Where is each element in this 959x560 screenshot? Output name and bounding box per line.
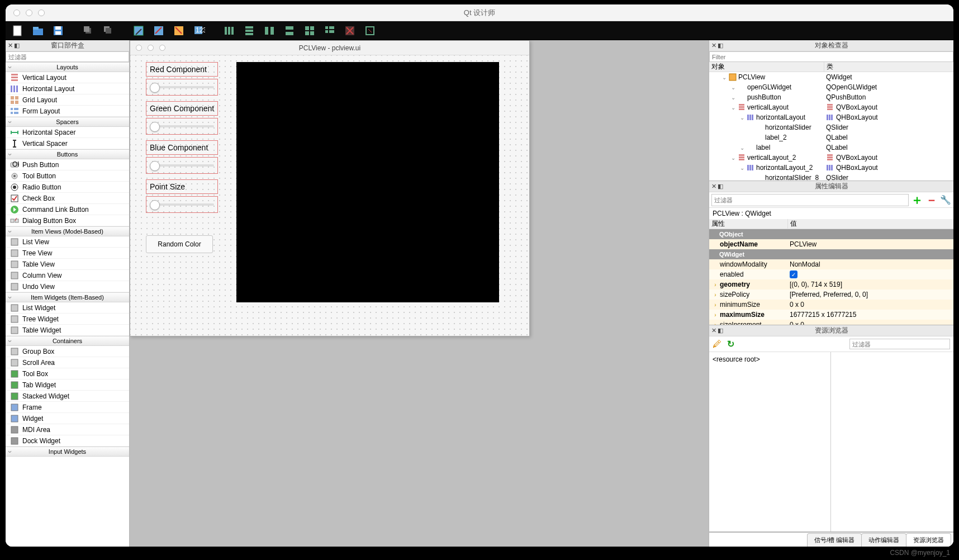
inspector-filter[interactable] [709, 51, 953, 62]
layout-form-icon[interactable] [321, 23, 339, 39]
tree-row[interactable]: ⌄PCLViewQWidget [709, 72, 953, 82]
wrench-icon[interactable]: 🔧 [940, 194, 951, 205]
widget-tree-widget[interactable]: Tree Widget [6, 314, 129, 325]
property-row[interactable]: ›geometry[(0, 0), 714 x 519] [709, 279, 953, 290]
bring-front-icon[interactable] [99, 23, 117, 39]
property-grid[interactable]: QObjectobjectNamePCLViewQWidgetwindowMod… [709, 229, 953, 325]
checkbox-icon[interactable]: ✓ [790, 270, 797, 278]
tree-row[interactable]: ⌄horizontalLayout_2QHBoxLayout [709, 163, 953, 173]
widget-table-widget[interactable]: Table Widget [6, 325, 129, 336]
remove-property-icon[interactable]: － [925, 192, 938, 208]
category-item-widgets-item-based-[interactable]: Item Widgets (Item-Based) [6, 292, 129, 302]
category-buttons[interactable]: Buttons [6, 149, 129, 159]
widget-tool-button[interactable]: Tool Button [6, 170, 129, 182]
category-input-widgets[interactable]: Input Widgets [6, 447, 129, 457]
dock-close-icon[interactable]: ✕ [7, 42, 13, 49]
widget-tool-box[interactable]: Tool Box [6, 368, 129, 379]
property-row[interactable]: objectNamePCLView [709, 239, 953, 249]
widget-command-link-button[interactable]: Command Link Button [6, 204, 129, 215]
layout-vsplit-icon[interactable] [281, 23, 298, 39]
tab-signal-slot[interactable]: 信号/槽 编辑器 [807, 533, 862, 547]
close-icon[interactable] [13, 10, 20, 16]
dock-close-icon[interactable]: ✕ [710, 328, 717, 334]
col-property[interactable]: 属性 [709, 219, 787, 229]
adjust-size-icon[interactable] [361, 23, 379, 39]
slider-red[interactable] [146, 79, 218, 96]
form-body[interactable]: Red Component Green Component Blue Compo… [130, 55, 529, 336]
zoom-icon[interactable] [38, 10, 45, 16]
property-row[interactable]: windowModalityNonModal [709, 259, 953, 269]
widget-radio-button[interactable]: Radio Button [6, 182, 129, 193]
layout-horizontal-icon[interactable] [220, 23, 238, 39]
tree-row[interactable]: ⌄verticalLayoutQVBoxLayout [709, 102, 953, 112]
widget-grid-layout[interactable]: Grid Layout [6, 94, 129, 106]
label-pointsize[interactable]: Point Size [146, 179, 218, 194]
tree-row[interactable]: ⌄verticalLayout_2QVBoxLayout [709, 153, 953, 163]
widget-horizontal-spacer[interactable]: Horizontal Spacer [6, 127, 129, 138]
add-property-icon[interactable]: ＋ [911, 192, 923, 208]
category-spacers[interactable]: Spacers [6, 117, 129, 127]
property-group[interactable]: QObject [709, 229, 953, 239]
widget-list-widget[interactable]: List Widget [6, 302, 129, 314]
tree-row[interactable]: ⌄openGLWidgetQOpenGLWidget [709, 82, 953, 92]
reload-icon[interactable]: ↻ [727, 339, 734, 349]
widget-tree-view[interactable]: Tree View [6, 248, 129, 259]
send-back-icon[interactable] [79, 23, 97, 39]
random-color-button[interactable]: Random Color [146, 235, 213, 253]
label-green[interactable]: Green Component [146, 101, 218, 116]
edit-signals-icon[interactable] [150, 23, 168, 39]
slider-pointsize[interactable] [146, 196, 218, 213]
widget-dock-widget[interactable]: Dock Widget [6, 435, 129, 447]
widgetbox-filter[interactable] [6, 51, 129, 62]
tab-action-editor[interactable]: 动作编辑器 [861, 533, 906, 547]
widget-form-layout[interactable]: Form Layout [6, 106, 129, 117]
tab-resource-browser[interactable]: 资源浏览器 [906, 533, 951, 547]
opengl-widget[interactable] [236, 62, 499, 302]
tree-row[interactable]: horizontalSlider_8QSlider [709, 173, 953, 181]
property-row[interactable]: ›sizePolicy[Preferred, Preferred, 0, 0] [709, 290, 953, 300]
tree-row[interactable]: ⌄labelQLabel [709, 143, 953, 153]
resource-root[interactable]: <resource root> [713, 355, 760, 363]
edit-taborder-icon[interactable]: 123 [190, 23, 208, 39]
break-layout-icon[interactable] [341, 23, 359, 39]
minimize-icon[interactable] [26, 10, 32, 16]
save-file-icon[interactable] [49, 23, 67, 39]
edit-widgets-icon[interactable] [130, 23, 148, 39]
category-containers[interactable]: Containers [6, 336, 129, 346]
propeditor-filter[interactable] [711, 194, 909, 206]
design-area[interactable]: PCLView - pclview.ui Red Component Green… [130, 40, 709, 547]
form-zoom-icon[interactable] [159, 45, 165, 51]
inspector-tree[interactable]: ⌄PCLViewQWidget⌄openGLWidgetQOpenGLWidge… [709, 72, 953, 181]
slider-green[interactable] [146, 118, 218, 135]
property-group[interactable]: QWidget [709, 249, 953, 259]
property-row[interactable]: ›sizeIncrement0 x 0 [709, 320, 953, 325]
dock-float-icon[interactable]: ◧ [717, 328, 724, 334]
property-row[interactable]: enabled✓ [709, 269, 953, 279]
category-item-views-model-based-[interactable]: Item Views (Model-Based) [6, 226, 129, 236]
tree-row[interactable]: ⌄horizontalLayoutQHBoxLayout [709, 112, 953, 122]
tree-row[interactable]: horizontalSliderQSlider [709, 122, 953, 132]
widget-stacked-widget[interactable]: Stacked Widget [6, 391, 129, 402]
widget-frame[interactable]: Frame [6, 402, 129, 413]
widget-undo-view[interactable]: Undo View [6, 281, 129, 292]
label-red[interactable]: Red Component [146, 62, 218, 77]
widget-mdi-area[interactable]: MDI Area [6, 424, 129, 435]
dock-close-icon[interactable]: ✕ [710, 42, 717, 49]
form-close-icon[interactable] [136, 45, 142, 51]
label-blue[interactable]: Blue Component [146, 140, 218, 155]
property-row[interactable]: ›minimumSize0 x 0 [709, 300, 953, 310]
col-class[interactable]: 类 [824, 62, 953, 72]
dock-float-icon[interactable]: ◧ [717, 183, 724, 190]
widget-dialog-button-box[interactable]: Dialog Button Box [6, 215, 129, 226]
tree-row[interactable]: ⌄pushButtonQPushButton [709, 92, 953, 102]
open-file-icon[interactable] [29, 23, 47, 39]
widget-scroll-area[interactable]: Scroll Area [6, 357, 129, 368]
slider-blue[interactable] [146, 157, 218, 174]
category-layouts[interactable]: Layouts [6, 62, 129, 72]
widget-horizontal-layout[interactable]: Horizontal Layout [6, 83, 129, 94]
form-window[interactable]: PCLView - pclview.ui Red Component Green… [130, 40, 530, 336]
layout-grid-icon[interactable] [301, 23, 319, 39]
widget-widget[interactable]: Widget [6, 413, 129, 424]
form-min-icon[interactable] [148, 45, 154, 51]
widget-vertical-spacer[interactable]: Vertical Spacer [6, 138, 129, 149]
